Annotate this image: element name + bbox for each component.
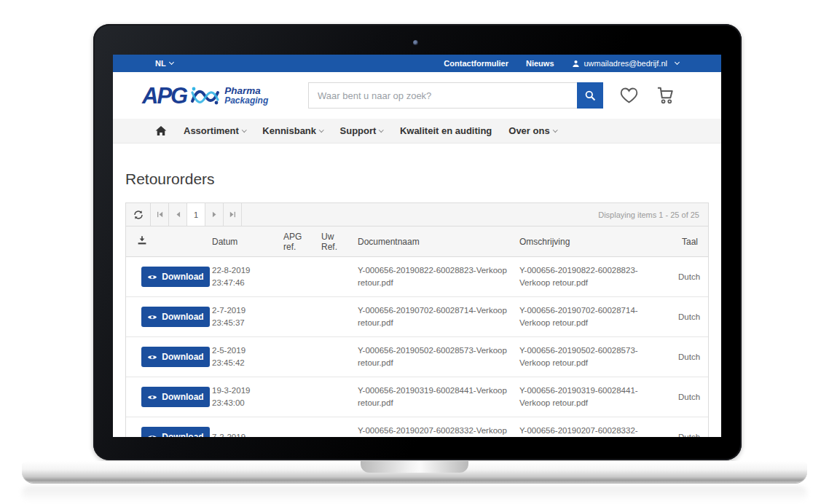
row-date: 22-8-2019	[212, 264, 273, 277]
description-cell: Y-000656-20190319-60028441-Verkoop retou…	[515, 380, 674, 414]
download-button[interactable]: Download	[141, 267, 210, 287]
download-icon	[137, 235, 147, 245]
nav-item-label: Support	[340, 125, 377, 136]
contact-link[interactable]: Contactformulier	[444, 59, 508, 68]
download-button-label: Download	[162, 432, 203, 437]
download-button[interactable]: Download	[141, 387, 210, 407]
download-button-label: Download	[162, 312, 203, 322]
download-cell: Download	[126, 342, 208, 371]
main-nav: Assortiment Kennisbank Support Kwaliteit…	[113, 119, 721, 143]
description-cell: Y-000656-20190502-60028573-Verkoop retou…	[515, 340, 674, 374]
table-row: Download 2-7-2019 23:45:37 Y-000656-2019…	[126, 297, 708, 337]
language-cell: Dutch	[674, 347, 710, 368]
row-time: 23:45:37	[212, 317, 273, 329]
datum-cell: 2-5-2019 23:45:42	[208, 340, 279, 374]
user-icon	[572, 60, 580, 68]
laptop-reflection	[22, 486, 807, 502]
wishlist-button[interactable]	[619, 87, 639, 104]
laptop-lid-notch	[361, 461, 468, 473]
news-link[interactable]: Nieuws	[526, 59, 554, 68]
column-header[interactable]: Taal	[674, 237, 708, 247]
logo-wordmark: Pharma Packaging	[224, 86, 268, 106]
eye-icon	[147, 354, 157, 361]
nav-item-label: Kwaliteit en auditing	[400, 125, 492, 136]
language-cell: Dutch	[674, 307, 710, 328]
download-column-header	[126, 235, 208, 248]
account-menu[interactable]: uwmailadres@bedrijf.nl	[572, 59, 680, 68]
column-header[interactable]: APG ref.	[279, 232, 317, 252]
apg-ref-cell	[279, 393, 317, 401]
download-cell: Download	[126, 262, 208, 291]
nav-item[interactable]: Over ons	[508, 125, 557, 136]
laptop-mockup: NL Contactformulier Nieuws uwmailadres@b…	[0, 0, 829, 504]
table-row: Download 22-8-2019 23:47:46 Y-000656-201…	[126, 257, 708, 297]
table-header-row: Datum APG ref. Uw Ref. Documentnaam Omsc…	[126, 227, 708, 257]
row-date: 19-3-2019	[212, 385, 273, 397]
uw-ref-cell	[317, 353, 353, 361]
laptop-camera-icon	[413, 40, 418, 45]
download-cell: Download	[126, 302, 208, 331]
table-row: Download 7-2-2019 Y-000656-20190207-6002…	[126, 417, 708, 437]
document-name-cell: Y-000656-20190702-60028714-Verkoop retou…	[353, 300, 515, 334]
uw-ref-cell	[317, 433, 353, 437]
download-button-label: Download	[162, 352, 203, 362]
language-selector[interactable]: NL	[155, 59, 173, 68]
table-toolbar: 1 Displaying items 1 - 25	[126, 203, 708, 227]
topbar: NL Contactformulier Nieuws uwmailadres@b…	[113, 55, 721, 72]
column-header[interactable]: Documentnaam	[353, 237, 515, 247]
nav-item[interactable]: Kwaliteit en auditing	[400, 125, 492, 136]
cart-button[interactable]	[655, 86, 675, 105]
document-name-cell: Y-000656-20190502-60028573-Verkoop retou…	[353, 340, 515, 374]
refresh-button[interactable]	[126, 203, 151, 226]
apg-ref-cell	[279, 353, 317, 361]
nav-home[interactable]	[155, 125, 167, 136]
apg-logo[interactable]: APG Pharma Packaging	[142, 82, 308, 109]
uw-ref-cell	[317, 312, 353, 321]
nav-item[interactable]: Assortiment	[184, 125, 245, 136]
search-input[interactable]	[308, 82, 577, 109]
document-name-cell: Y-000656-20190319-60028441-Verkoop retou…	[353, 380, 515, 414]
download-button[interactable]: Download	[141, 427, 210, 437]
nav-item[interactable]: Support	[340, 125, 383, 136]
column-header[interactable]: Uw Ref.	[317, 232, 353, 252]
search-bar	[308, 82, 603, 109]
uw-ref-cell	[317, 272, 353, 281]
column-header[interactable]: Datum	[208, 237, 279, 247]
prev-page-button[interactable]	[169, 203, 187, 226]
prev-page-icon	[174, 210, 182, 218]
row-time: 23:47:46	[212, 277, 273, 289]
nav-item[interactable]: Kennisbank	[262, 125, 323, 136]
chevron-down-icon	[553, 127, 557, 132]
datum-cell: 2-7-2019 23:45:37	[208, 300, 279, 334]
apg-ref-cell	[279, 312, 317, 321]
refresh-icon	[133, 210, 144, 220]
next-page-button[interactable]	[205, 203, 224, 226]
download-button-label: Download	[162, 392, 203, 402]
first-page-icon	[156, 210, 164, 218]
download-cell: Download	[126, 422, 208, 437]
chevron-down-icon	[242, 127, 246, 132]
eye-icon	[147, 394, 157, 401]
table-body: Download 22-8-2019 23:47:46 Y-000656-201…	[126, 257, 708, 437]
datum-cell: 7-2-2019	[208, 427, 279, 438]
download-button[interactable]: Download	[141, 347, 210, 367]
language-cell: Dutch	[674, 267, 710, 288]
dna-helix-icon	[189, 82, 220, 109]
download-button[interactable]: Download	[141, 307, 210, 327]
current-page[interactable]: 1	[187, 203, 205, 226]
last-page-button[interactable]	[224, 203, 242, 226]
first-page-button[interactable]	[151, 203, 169, 226]
download-cell: Download	[126, 382, 208, 412]
datum-cell: 22-8-2019 23:47:46	[208, 260, 279, 294]
nav-item-label: Kennisbank	[262, 125, 316, 136]
heart-icon	[619, 87, 639, 104]
table-row: Download 19-3-2019 23:43:00 Y-000656-201…	[126, 377, 708, 417]
column-header[interactable]: Omschrijving	[515, 237, 674, 247]
apg-ref-cell	[279, 433, 317, 437]
eye-icon	[147, 274, 157, 280]
document-name-cell: Y-000656-20190207-60028332-Verkoop retou…	[353, 420, 515, 437]
datum-cell: 19-3-2019 23:43:00	[208, 380, 279, 414]
download-button-label: Download	[162, 272, 203, 282]
eye-icon	[147, 314, 157, 320]
search-button[interactable]	[577, 82, 603, 109]
